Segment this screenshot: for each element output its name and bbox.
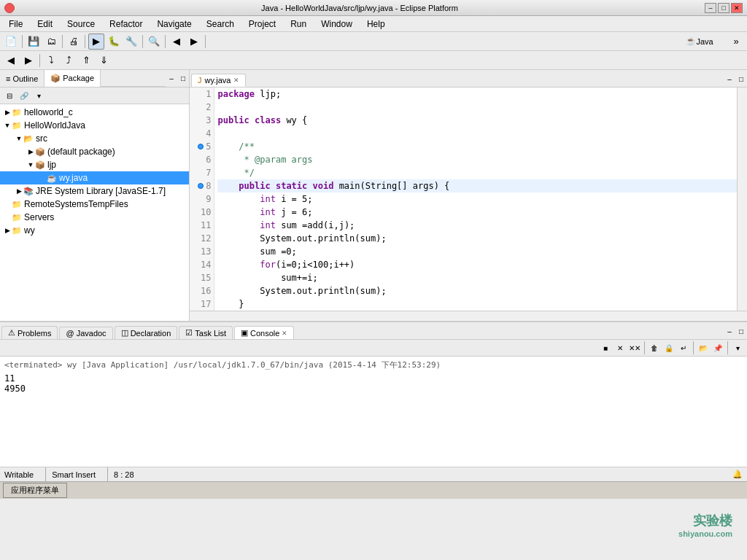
tab-outline[interactable]: ≡ Outline [0,70,44,87]
code-line-1[interactable]: package ljp; [217,88,744,101]
code-line-2[interactable] [217,101,744,114]
prev-annotation-button[interactable]: ◀ [169,34,185,50]
no-breakpoint [193,288,198,294]
no-breakpoint [193,275,198,281]
sidebar-maximize-button[interactable]: □ [177,70,189,86]
close-button[interactable]: ✕ [731,3,743,13]
code-line-13[interactable]: sum =0; [217,245,744,258]
remove-launch-button[interactable]: ✕ [614,341,627,354]
console-tab-close[interactable]: ✕ [282,330,287,337]
code-line-16[interactable]: System.out.println(sum); [217,284,744,298]
editor-tab-wyjava[interactable]: J wy.java ✕ [191,74,246,87]
code-line-4[interactable] [217,127,744,140]
tab-package[interactable]: 📦 Package [44,70,101,87]
new-button[interactable]: 📄 [3,34,19,50]
hierarchy-button[interactable]: ⇑ [78,52,94,69]
tree-item-1[interactable]: ▶📁helloworld_c [0,106,189,119]
code-line-9[interactable]: int i = 5; [217,192,744,206]
panel-maximize-button[interactable]: □ [735,323,747,339]
menu-project[interactable]: Project [243,18,282,31]
sidebar-menu-button[interactable]: ▾ [32,89,45,102]
print-button[interactable]: 🖨 [66,34,82,50]
next-annotation-button[interactable]: ▶ [186,34,202,50]
tab-javadoc[interactable]: @ Javadoc [59,327,112,339]
toolbar-main: 📄 💾 🗂 🖨 ▶ 🐛 🔧 🔍 ◀ ▶ ☕ Java » [0,32,747,51]
code-editor[interactable]: package ljp; public class wy { /** * @pa… [214,88,747,311]
code-line-7[interactable]: */ [217,166,744,179]
save-button[interactable]: 💾 [26,34,42,50]
toolbar-overflow[interactable]: » [728,34,744,50]
external-tools-button[interactable]: 🔧 [123,34,139,50]
line-number-6: 6 [193,153,211,166]
next-edit-button[interactable]: ⤵ [43,52,59,69]
tree-item-7[interactable]: ▶📚JRE System Library [JavaSE-1.7] [0,184,189,198]
breakpoint-dot[interactable] [198,183,204,189]
tree-label: ljp [47,160,56,170]
tree-item-9[interactable]: 📁Servers [0,211,189,224]
menu-window[interactable]: Window [315,18,358,31]
editor-maximize-button[interactable]: □ [735,71,747,87]
code-line-6[interactable]: * @param args [217,153,744,166]
forward-button[interactable]: ▶ [20,52,36,69]
editor-scrollbar-h[interactable] [190,311,747,321]
collapse-all-button[interactable]: ⊟ [3,89,16,102]
tree-item-6[interactable]: ☕wy.java [0,171,189,184]
remove-all-button[interactable]: ✕✕ [628,341,641,354]
code-line-14[interactable]: for(i=0;i<100;i++) [217,258,744,271]
open-console-button[interactable]: 📂 [697,341,710,354]
terminate-button[interactable]: ■ [599,341,612,354]
class-button[interactable]: ⇓ [96,52,112,69]
save-all-button[interactable]: 🗂 [43,34,59,50]
last-edit-button[interactable]: ⤴ [61,52,77,69]
breakpoint-dot[interactable] [198,144,204,149]
run-button[interactable]: ▶ [88,34,104,50]
panel-minimize-button[interactable]: – [724,323,735,339]
app-menu-button[interactable]: 应用程序菜单 [3,483,67,498]
back-button[interactable]: ◀ [3,52,19,69]
console-menu-button[interactable]: ▾ [731,341,744,354]
tree-item-3[interactable]: ▼📂src [0,132,189,145]
editor-tab-close[interactable]: ✕ [233,77,239,84]
code-line-11[interactable]: int sum =add(i,j); [217,219,744,232]
perspective-button[interactable]: ☕ Java [674,34,725,50]
code-line-17[interactable]: } [217,298,744,311]
sidebar-minimize-button[interactable]: – [166,70,177,86]
debug-button[interactable]: 🐛 [106,34,122,50]
code-line-10[interactable]: int j = 6; [217,206,744,219]
minimize-button[interactable]: – [705,3,716,13]
code-line-8[interactable]: public static void main(String[] args) { [217,179,744,192]
tab-problems[interactable]: ⚠ Problems [1,326,58,339]
scroll-lock-button[interactable]: 🔒 [662,341,676,354]
editor-scrollbar-v[interactable] [737,88,747,311]
menu-search[interactable]: Search [201,18,240,31]
menu-navigate[interactable]: Navigate [151,18,197,31]
tree-item-2[interactable]: ▼📁HelloWorldJava [0,119,189,132]
tab-tasklist[interactable]: ☑ Task List [179,326,233,339]
search-button[interactable]: 🔍 [146,34,162,50]
menu-run[interactable]: Run [285,18,312,31]
tree-item-5[interactable]: ▼📦ljp [0,158,189,171]
line-number-1: 1 [193,88,211,101]
tab-console[interactable]: ▣ Console ✕ [234,326,294,339]
word-wrap-button[interactable]: ↵ [677,341,690,354]
maximize-button[interactable]: □ [718,3,729,13]
code-line-5[interactable]: /** [217,140,744,153]
window-traffic-light[interactable] [4,3,15,13]
tab-declaration[interactable]: ◫ Declaration [115,326,178,339]
menu-edit[interactable]: Edit [31,18,58,31]
code-line-15[interactable]: sum+=i; [217,271,744,284]
problems-icon: ⚠ [8,328,15,338]
pin-console-button[interactable]: 📌 [711,341,724,354]
tree-item-8[interactable]: 📁RemoteSystemsTempFiles [0,198,189,211]
code-line-3[interactable]: public class wy { [217,114,744,127]
menu-file[interactable]: File [3,18,28,31]
editor-minimize-button[interactable]: – [724,71,735,87]
link-button[interactable]: 🔗 [18,89,31,102]
tree-item-4[interactable]: ▶📦(default package) [0,145,189,158]
menu-refactor[interactable]: Refactor [104,18,148,31]
tree-item-10[interactable]: ▶📁wy [0,224,189,237]
menu-source[interactable]: Source [61,18,101,31]
code-line-12[interactable]: System.out.println(sum); [217,232,744,245]
menu-help[interactable]: Help [361,18,391,31]
clear-console-button[interactable]: 🗑 [648,341,661,354]
